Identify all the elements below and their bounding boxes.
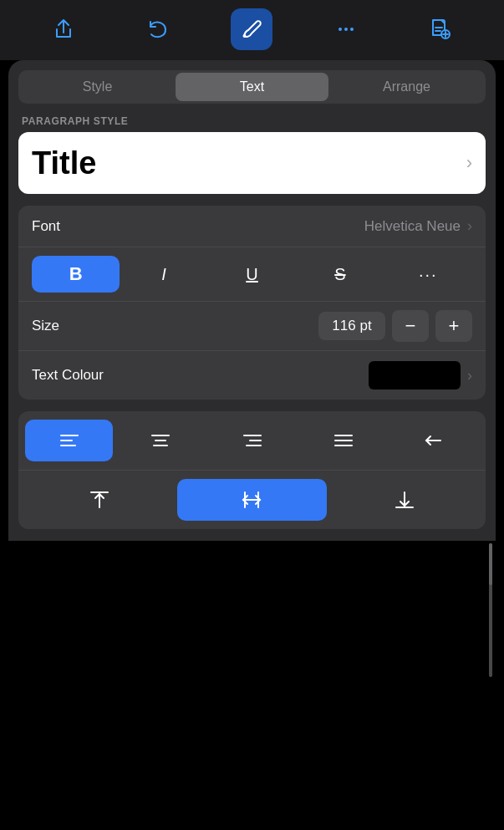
paragraph-style-chevron-icon: › (466, 152, 472, 174)
size-value: 116 pt (318, 312, 385, 340)
format-row: B I U S ··· (18, 247, 486, 302)
undo-button[interactable] (137, 8, 179, 50)
align-center-button[interactable] (116, 420, 204, 461)
more-format-button[interactable]: ··· (384, 256, 472, 293)
size-decrease-button[interactable]: − (392, 310, 429, 342)
size-label: Size (32, 318, 59, 334)
size-increase-button[interactable]: + (435, 310, 472, 342)
text-settings-card: Font Helvetica Neue › B I U S ··· Size 1… (18, 206, 486, 400)
size-row: Size 116 pt − + (18, 302, 486, 351)
size-control: 116 pt − + (318, 310, 472, 342)
svg-point-1 (339, 28, 342, 31)
tab-bar: Style Text Arrange (18, 70, 486, 104)
font-row[interactable]: Font Helvetica Neue › (18, 206, 486, 247)
font-chevron-icon: › (467, 217, 472, 235)
share-button[interactable] (43, 8, 84, 50)
align-justify-button[interactable] (299, 420, 387, 461)
paragraph-style-card[interactable]: Title › (18, 132, 486, 194)
underline-button[interactable]: U (208, 256, 296, 293)
colour-swatch (369, 361, 461, 390)
svg-point-2 (344, 28, 348, 31)
format-button[interactable] (231, 8, 272, 50)
tab-style[interactable]: Style (21, 73, 174, 101)
alignment-card (18, 411, 486, 529)
text-colour-value: › (369, 361, 472, 390)
svg-point-3 (350, 28, 354, 31)
scrollbar-track[interactable] (489, 543, 492, 677)
bold-button[interactable]: B (32, 256, 120, 293)
document-button[interactable] (420, 8, 461, 50)
text-colour-row[interactable]: Text Colour › (18, 351, 486, 400)
text-colour-label: Text Colour (32, 367, 104, 384)
rtl-button[interactable] (391, 420, 479, 461)
top-toolbar (0, 0, 504, 60)
align-right-button[interactable] (208, 420, 296, 461)
scrollbar-thumb[interactable] (489, 543, 492, 585)
font-value: Helvetica Neue › (364, 217, 472, 235)
align-left-button[interactable] (25, 420, 113, 461)
valign-top-button[interactable] (25, 479, 174, 521)
valign-bottom-button[interactable] (330, 479, 479, 521)
bottom-area (0, 541, 504, 633)
format-panel: Style Text Arrange PARAGRAPH STYLE Title… (8, 60, 496, 541)
svg-point-0 (243, 34, 247, 38)
text-colour-chevron-icon: › (467, 367, 472, 384)
font-label: Font (32, 218, 60, 235)
paragraph-style-value: Title (32, 147, 96, 179)
valign-middle-button[interactable] (177, 479, 326, 521)
tab-arrange[interactable]: Arrange (330, 73, 483, 101)
italic-button[interactable]: I (120, 256, 207, 293)
more-options-button[interactable] (325, 8, 367, 50)
horizontal-align-row (18, 411, 486, 471)
tab-text[interactable]: Text (176, 73, 328, 101)
paragraph-style-label: PARAGRAPH STYLE (8, 104, 496, 132)
vertical-align-row (18, 471, 486, 529)
strikethrough-button[interactable]: S (296, 256, 384, 293)
